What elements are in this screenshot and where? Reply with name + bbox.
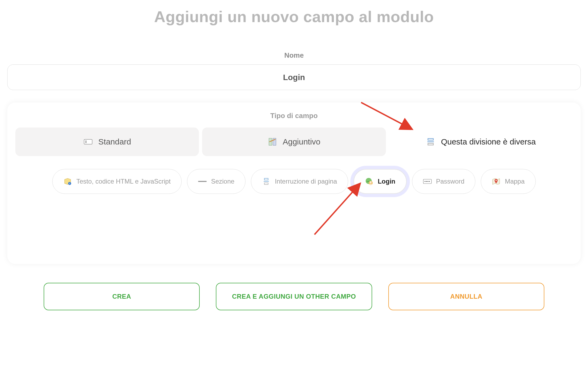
tab-different-division[interactable]: Questa divisione è diversa: [389, 128, 573, 156]
subtype-label: Interruzione di pagina: [275, 178, 337, 185]
subtype-row: i Testo, codice HTML e JavaScript Sezion…: [15, 169, 573, 194]
subtype-map[interactable]: Mappa: [481, 169, 535, 194]
svg-point-14: [426, 181, 427, 182]
tab-additional[interactable]: Aggiuntivo: [202, 128, 386, 156]
subtype-pagebreak[interactable]: Interruzione di pagina: [251, 169, 348, 194]
name-input[interactable]: [7, 64, 581, 90]
svg-point-11: [370, 181, 372, 183]
tab-label: Questa divisione è diversa: [441, 137, 536, 146]
svg-point-16: [429, 181, 430, 182]
field-type-tabs: Standard Aggiuntivo Questa d: [15, 128, 573, 156]
cancel-button[interactable]: ANNULLA: [388, 283, 544, 310]
create-add-another-button[interactable]: CREA E AGGIUNGI UN OTHER CAMPO: [216, 283, 372, 310]
page-title: Aggiungi un nuovo campo al modulo: [6, 8, 582, 26]
subtype-section[interactable]: Sezione: [187, 169, 245, 194]
user-globe-icon: [365, 177, 373, 186]
tab-label: Aggiuntivo: [283, 137, 320, 146]
name-label: Nome: [6, 51, 582, 60]
input-icon: [83, 137, 93, 147]
subtype-label: Testo, codice HTML e JavaScript: [76, 178, 171, 185]
subtype-password[interactable]: Password: [412, 169, 475, 194]
doc-icon: i: [63, 177, 72, 186]
field-type-label: Tipo di campo: [15, 112, 573, 120]
field-type-panel: Tipo di campo Standard Aggiuntivo: [7, 102, 581, 264]
subtype-label: Mappa: [505, 178, 524, 185]
svg-rect-0: [84, 139, 92, 144]
svg-point-17: [496, 180, 497, 181]
tab-standard[interactable]: Standard: [15, 128, 199, 156]
svg-text:i: i: [70, 182, 70, 185]
advanced-icon: [268, 137, 277, 147]
subtype-label: Sezione: [211, 178, 234, 185]
subtype-label: Login: [378, 178, 395, 185]
svg-point-13: [424, 181, 426, 182]
subtype-text-html[interactable]: i Testo, codice HTML e JavaScript: [52, 169, 182, 194]
svg-point-15: [427, 181, 428, 182]
pagebreak-icon: [262, 177, 271, 186]
svg-rect-2: [269, 138, 272, 145]
section-icon: [198, 177, 207, 186]
subtype-login[interactable]: Login: [354, 169, 407, 194]
tab-label: Standard: [98, 137, 131, 146]
password-icon: [423, 177, 432, 186]
map-pin-icon: [492, 177, 500, 186]
create-button[interactable]: CREA: [44, 283, 200, 310]
pagebreak-icon: [426, 137, 435, 147]
action-buttons: CREA CREA E AGGIUNGI UN OTHER CAMPO ANNU…: [6, 283, 582, 310]
subtype-label: Password: [436, 178, 464, 185]
